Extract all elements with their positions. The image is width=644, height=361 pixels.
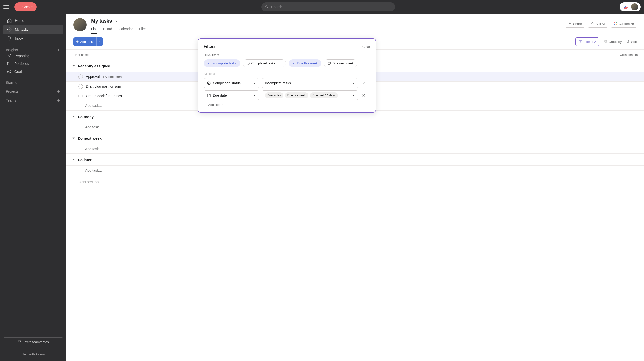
starred-label: Starred xyxy=(6,81,17,85)
share-label: Share xyxy=(573,22,582,26)
invite-label: Invite teammates xyxy=(24,340,48,344)
quick-filter-completed[interactable]: Completed tasks xyxy=(243,59,286,67)
remove-filter-button[interactable] xyxy=(361,93,366,98)
quick-filter-due-this-week[interactable]: Due this week xyxy=(288,59,321,67)
search-input[interactable]: Search xyxy=(261,3,395,12)
customize-label: Customize xyxy=(619,22,634,26)
add-section-button[interactable]: Add section xyxy=(66,175,644,188)
caret-down-icon xyxy=(71,157,76,162)
add-task-inline[interactable]: Add task… xyxy=(66,165,644,175)
nav-section-starred[interactable]: Starred xyxy=(0,81,66,85)
chevron-down-icon xyxy=(280,62,282,65)
value-chip: Due today xyxy=(265,93,283,98)
filter-field-label: Due date xyxy=(213,94,227,97)
svg-rect-13 xyxy=(604,42,605,43)
customize-button[interactable]: Customize xyxy=(610,20,637,28)
sort-button[interactable]: Sort xyxy=(626,40,637,44)
nav-goals[interactable]: Goals xyxy=(0,68,66,76)
quick-filter-incomplete[interactable]: Incomplete tasks xyxy=(204,59,240,67)
chevron-down-icon[interactable] xyxy=(115,19,118,23)
section-title: Do today xyxy=(78,115,94,119)
tab-list[interactable]: List xyxy=(91,27,96,34)
tab-board[interactable]: Board xyxy=(103,27,112,34)
check-icon xyxy=(292,62,296,65)
section-do-next-week[interactable]: Do next week xyxy=(66,132,644,144)
ask-ai-button[interactable]: Ask AI xyxy=(588,20,608,28)
calendar-icon xyxy=(328,62,331,65)
plus-circle-icon xyxy=(17,5,21,9)
complete-checkbox[interactable] xyxy=(78,94,83,98)
filter-row-due-date: Due date Due today Due this week Due nex… xyxy=(204,91,370,100)
menu-toggle-button[interactable] xyxy=(4,4,10,10)
add-filter-button[interactable]: Add filter xyxy=(204,103,370,107)
search-icon xyxy=(265,5,269,9)
create-button[interactable]: Create xyxy=(14,3,37,12)
invite-teammates-button[interactable]: Invite teammates xyxy=(3,337,64,346)
chip-label: Incomplete tasks xyxy=(212,62,236,65)
check-circle-icon xyxy=(246,62,250,65)
add-task-inline[interactable]: Add task… xyxy=(66,144,644,154)
caret-down-icon xyxy=(71,114,76,119)
close-icon xyxy=(362,94,365,97)
task-name: Create deck for metrics xyxy=(86,94,122,98)
search-placeholder: Search xyxy=(271,5,282,9)
view-tabs: List Board Calendar Files xyxy=(91,27,560,34)
plus-icon[interactable] xyxy=(56,48,60,52)
chip-dropdown[interactable] xyxy=(278,62,282,65)
quick-filter-due-next-week[interactable]: Due next week xyxy=(324,59,358,67)
group-by-button[interactable]: Group by xyxy=(604,40,622,44)
add-task-menu-button[interactable] xyxy=(96,38,103,46)
add-task-button[interactable]: Add task xyxy=(73,38,96,46)
popover-title: Filters xyxy=(204,44,216,49)
complete-checkbox[interactable] xyxy=(78,84,83,89)
svg-rect-5 xyxy=(18,341,21,343)
plus-icon[interactable] xyxy=(56,98,60,102)
grid-icon xyxy=(604,40,607,43)
clear-filters-button[interactable]: Clear xyxy=(362,45,370,49)
nav-my-tasks[interactable]: My tasks xyxy=(3,25,64,34)
tab-calendar[interactable]: Calendar xyxy=(119,27,133,34)
nav-section-teams[interactable]: Teams xyxy=(0,98,66,102)
chevron-down-icon xyxy=(352,94,355,97)
bird-icon xyxy=(622,3,630,11)
section-do-later[interactable]: Do later xyxy=(66,154,644,166)
share-button[interactable]: Share xyxy=(565,20,585,28)
home-icon xyxy=(7,18,12,23)
plus-icon xyxy=(76,40,79,43)
filter-icon xyxy=(578,40,582,43)
add-filter-label: Add filter xyxy=(208,103,221,107)
caret-down-icon xyxy=(71,64,76,68)
filter-value-select[interactable]: Incomplete tasks xyxy=(262,78,358,88)
tab-files[interactable]: Files xyxy=(139,27,147,34)
help-widget[interactable] xyxy=(620,3,640,12)
svg-rect-12 xyxy=(606,41,606,42)
task-name: Draft blog post for sum xyxy=(86,84,121,88)
grid-color-icon xyxy=(614,22,617,25)
filter-field-select[interactable]: Completion status xyxy=(204,78,259,88)
chevron-down-icon xyxy=(253,82,256,85)
chart-icon xyxy=(7,54,12,58)
nav-home[interactable]: Home xyxy=(3,16,64,25)
help-link[interactable]: Help with Asana xyxy=(0,349,66,361)
complete-checkbox[interactable] xyxy=(78,74,83,79)
nav-inbox-label: Inbox xyxy=(15,37,23,41)
create-button-label: Create xyxy=(22,5,33,9)
sort-label: Sort xyxy=(631,40,637,44)
plus-icon[interactable] xyxy=(56,90,60,94)
nav-section-insights[interactable]: Insights xyxy=(0,48,66,52)
svg-rect-9 xyxy=(614,24,615,25)
nav-portfolios[interactable]: Portfolios xyxy=(0,60,66,68)
chevron-down-icon xyxy=(222,104,225,106)
remove-filter-button[interactable] xyxy=(361,80,366,86)
sparkle-icon xyxy=(591,22,594,25)
nav-inbox[interactable]: Inbox xyxy=(3,34,64,43)
nav-reporting[interactable]: Reporting xyxy=(0,52,66,60)
filter-value-select[interactable]: Due today Due this week Due next 14 days xyxy=(262,91,358,100)
filters-button[interactable]: Filters: 2 xyxy=(576,38,599,46)
add-task-inline[interactable]: Add task… xyxy=(66,122,644,132)
group-by-label: Group by xyxy=(608,40,622,44)
nav-section-projects[interactable]: Projects xyxy=(0,90,66,94)
svg-point-2 xyxy=(8,28,12,32)
header: My tasks List Board Calendar Files Share xyxy=(66,14,644,34)
filter-field-select[interactable]: Due date xyxy=(204,91,259,100)
